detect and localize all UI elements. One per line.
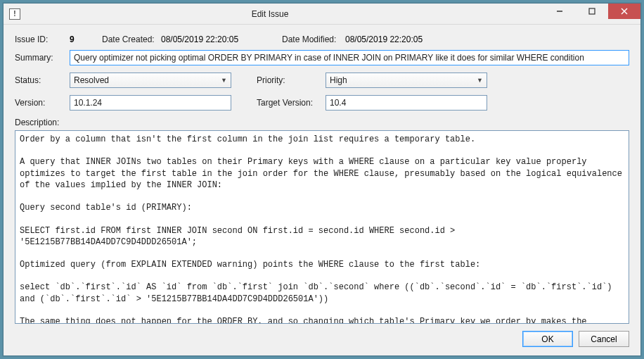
issue-id-value: 9 [70,34,102,44]
version-input[interactable] [70,95,231,111]
target-version-input[interactable] [326,95,487,111]
date-created-value: 08/05/2019 22:20:05 [161,34,259,44]
date-modified-label: Date Modified: [282,34,345,44]
titlebar[interactable]: ! Edit Issue [4,4,640,25]
maximize-button[interactable] [576,4,608,19]
version-row: Version: Target Version: [15,95,629,111]
ok-button[interactable]: OK [522,331,573,347]
target-version-label: Target Version: [257,98,326,108]
date-modified-value: 08/05/2019 22:20:05 [345,34,423,44]
meta-row: Issue ID: 9 Date Created: 08/05/2019 22:… [15,34,629,44]
dialog-content: Issue ID: 9 Date Created: 08/05/2019 22:… [4,25,640,355]
date-created-label: Date Created: [102,34,161,44]
version-label: Version: [15,98,70,108]
close-button[interactable] [608,4,640,19]
priority-select[interactable] [326,73,487,88]
svg-rect-1 [589,8,595,14]
window-title: Edit Issue [25,9,515,19]
cancel-button[interactable]: Cancel [579,331,629,347]
edit-issue-window: ! Edit Issue Issue ID: 9 Date Created: 0… [3,3,641,356]
summary-row: Summary: [15,50,629,65]
description-label: Description: [15,118,629,127]
priority-label: Priority: [257,75,326,85]
minimize-button[interactable] [543,4,576,19]
description-textarea[interactable] [15,130,629,324]
status-select[interactable] [70,73,231,88]
status-priority-row: Status: ▼ Priority: ▼ [15,73,629,88]
issue-id-label: Issue ID: [15,34,70,44]
app-icon: ! [9,8,20,20]
dialog-footer: OK Cancel [15,324,629,347]
status-label: Status: [15,75,70,85]
summary-input[interactable] [70,50,629,65]
summary-label: Summary: [15,53,70,63]
